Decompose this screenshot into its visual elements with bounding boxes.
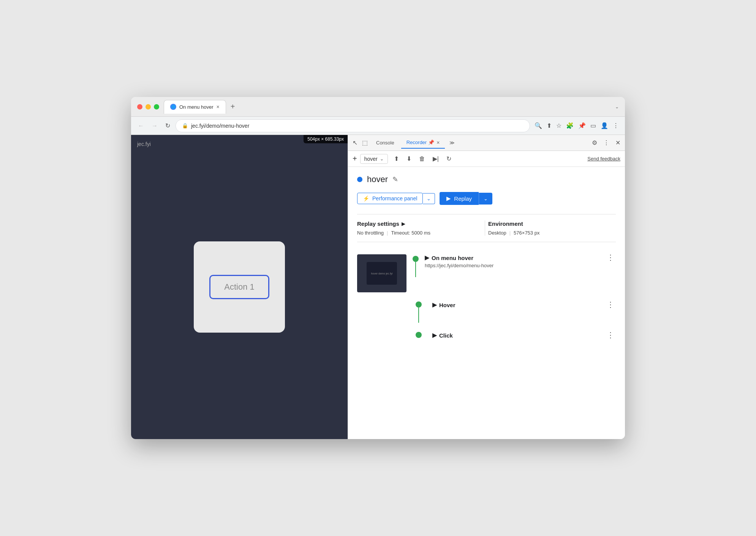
traffic-lights <box>137 104 159 109</box>
tabs-overflow-button[interactable]: ≫ <box>446 138 458 147</box>
step-title: ▶ On menu hover <box>425 254 493 261</box>
extensions-icon[interactable]: 🧩 <box>565 121 575 131</box>
table-row: hover demo jec.fyi <box>357 250 616 297</box>
edit-recording-name-icon[interactable]: ✎ <box>392 175 398 184</box>
step-main-row: hover demo jec.fyi <box>357 254 616 292</box>
minimize-traffic-light[interactable] <box>146 104 151 109</box>
page-viewport: jec.fyi 504px × 685.33px Action 1 <box>131 135 348 439</box>
replay-settings-col: Replay settings ▶ No throttling | Timeou… <box>357 220 485 236</box>
environment-title: Environment <box>488 220 613 227</box>
address-actions: 🔍 ⬆ ☆ 🧩 📌 ▭ 👤 ⋮ <box>533 121 620 131</box>
devtools-toolbar-right: ⚙ ⋮ ✕ <box>590 138 622 148</box>
profile-icon[interactable]: 👤 <box>599 121 610 131</box>
replay-settings-label: Replay settings <box>357 220 399 227</box>
step-expand-icon[interactable]: ▶ <box>425 254 429 261</box>
resolution-value: 576×753 px <box>514 230 539 236</box>
more-menu-icon[interactable]: ⋮ <box>611 121 620 131</box>
tab-close-button[interactable]: × <box>217 104 220 109</box>
active-tab[interactable]: 🌐 On menu hover × <box>164 100 226 114</box>
tab-overflow-icon[interactable]: ⌄ <box>615 104 619 109</box>
export-button[interactable]: ⬆ <box>391 154 402 164</box>
maximize-traffic-light[interactable] <box>154 104 159 109</box>
step-thumbnail: hover demo jec.fyi <box>357 254 406 292</box>
address-text: jec.fyi/demo/menu-hover <box>191 123 524 129</box>
table-row: ▶ Hover ⋮ <box>357 297 616 327</box>
step-content: ▶ Hover ⋮ <box>432 301 616 308</box>
replay-main-button[interactable]: ▶ Replay <box>440 192 479 205</box>
step-more-button[interactable]: ⋮ <box>605 254 616 261</box>
step-title: ▶ Hover <box>432 301 455 308</box>
sidebar-icon[interactable]: ▭ <box>589 121 598 131</box>
replay-dropdown-button[interactable]: ⌄ <box>479 193 492 205</box>
delete-recording-button[interactable]: 🗑 <box>416 154 428 164</box>
step-connector-dot <box>416 332 422 338</box>
step-expand-icon[interactable]: ▶ <box>432 332 437 339</box>
tab-console[interactable]: Console <box>371 138 400 148</box>
performance-panel-button[interactable]: ⚡ Performance panel <box>357 193 423 204</box>
import-button[interactable]: ⬇ <box>403 154 414 164</box>
devtools-panel: ↖ ⬚ Console Recorder 📌 × ≫ ⚙ ⋮ ✕ + <box>348 135 625 439</box>
recording-select[interactable]: hover ⌄ <box>360 154 388 164</box>
action-card: Action 1 <box>194 241 285 333</box>
environment-col: Environment Desktop | 576×753 px <box>485 220 616 236</box>
environment-label: Environment <box>488 220 523 227</box>
address-bar: ← → ↻ 🔒 jec.fyi/demo/menu-hover 🔍 ⬆ ☆ 🧩 … <box>131 117 625 135</box>
address-input[interactable]: 🔒 jec.fyi/demo/menu-hover <box>176 119 530 132</box>
settings-divider: | <box>387 230 388 236</box>
step-expand-icon[interactable]: ▶ <box>432 301 437 308</box>
forward-button[interactable]: → <box>149 121 160 131</box>
throttling-value: No throttling <box>357 230 384 236</box>
reload-button[interactable]: ↻ <box>163 121 172 131</box>
security-lock-icon: 🔒 <box>182 123 188 128</box>
step-content: ▶ Click ⋮ <box>432 332 616 339</box>
devtools-settings-icon[interactable]: ⚙ <box>590 138 599 148</box>
site-label: jec.fyi <box>137 141 151 147</box>
steps-list: hover demo jec.fyi <box>357 250 616 343</box>
replay-settings-detail: No throttling | Timeout: 5000 ms <box>357 230 482 236</box>
step-content: ▶ On menu hover https://jec.fyi/demo/men… <box>425 254 616 268</box>
share-icon[interactable]: ⬆ <box>545 121 553 131</box>
replay-settings-section: Replay settings ▶ No throttling | Timeou… <box>357 214 616 242</box>
replay-settings-title[interactable]: Replay settings ▶ <box>357 220 482 227</box>
new-tab-button[interactable]: + <box>228 101 238 113</box>
close-traffic-light[interactable] <box>137 104 142 109</box>
send-feedback-link[interactable]: Send feedback <box>587 156 620 162</box>
inspect-icon[interactable]: ⬚ <box>361 138 369 148</box>
replay-settings-chevron-icon: ▶ <box>402 221 405 227</box>
devtools-close-icon[interactable]: ✕ <box>614 138 622 148</box>
recorder-tab-label: Recorder <box>406 140 427 145</box>
step-connector-dot <box>413 256 419 262</box>
tab-recorder[interactable]: Recorder 📌 × <box>401 137 445 149</box>
title-bar: 🌐 On menu hover × + ⌄ <box>131 97 625 117</box>
recording-name: hover <box>367 174 388 184</box>
devtools-tab-bar: ↖ ⬚ Console Recorder 📌 × ≫ ⚙ ⋮ ✕ <box>348 135 625 151</box>
thumbnail-text: hover demo jec.fyi <box>371 272 393 275</box>
profile-extension-icon[interactable]: 📌 <box>577 121 587 131</box>
slow-replay-button[interactable]: ↻ <box>443 154 454 164</box>
device-value: Desktop <box>488 230 506 236</box>
back-button[interactable]: ← <box>136 121 146 131</box>
step-url: https://jec.fyi/demo/menu-hover <box>425 263 493 268</box>
recording-select-value: hover <box>364 156 378 162</box>
replay-label: Replay <box>454 195 472 202</box>
env-divider: | <box>509 230 511 236</box>
replay-play-icon: ▶ <box>446 195 451 202</box>
step-connector-line <box>418 308 419 323</box>
dimension-badge: 504px × 685.33px <box>304 135 348 143</box>
add-recording-button[interactable]: + <box>353 154 357 163</box>
devtools-more-icon[interactable]: ⋮ <box>602 138 611 148</box>
step-more-button[interactable]: ⋮ <box>605 331 616 339</box>
replay-button-group: ▶ Replay ⌄ <box>440 192 492 205</box>
recorder-tab-close[interactable]: × <box>437 140 440 146</box>
bookmark-icon[interactable]: ☆ <box>555 121 563 131</box>
action-button[interactable]: Action 1 <box>209 275 269 299</box>
pointer-tool-icon[interactable]: ↖ <box>351 138 359 148</box>
recorder-content: hover ✎ ⚡ Performance panel ⌄ ▶ <box>348 167 625 439</box>
search-icon[interactable]: 🔍 <box>533 121 544 131</box>
performance-panel-dropdown[interactable]: ⌄ <box>423 193 435 204</box>
step-more-button[interactable]: ⋮ <box>605 301 616 308</box>
step-title-text: Click <box>439 332 453 339</box>
select-chevron-icon: ⌄ <box>380 156 384 162</box>
tab-bar: 🌐 On menu hover × + <box>164 100 610 114</box>
play-step-button[interactable]: ▶| <box>430 154 442 164</box>
